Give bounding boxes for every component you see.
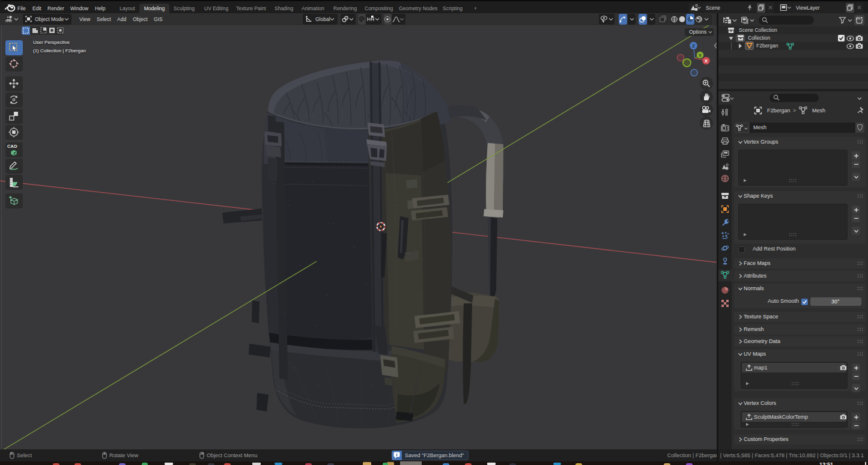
svg-text:Y: Y: [699, 53, 702, 58]
svg-text:Z: Z: [692, 43, 695, 49]
svg-text:X: X: [705, 58, 708, 64]
